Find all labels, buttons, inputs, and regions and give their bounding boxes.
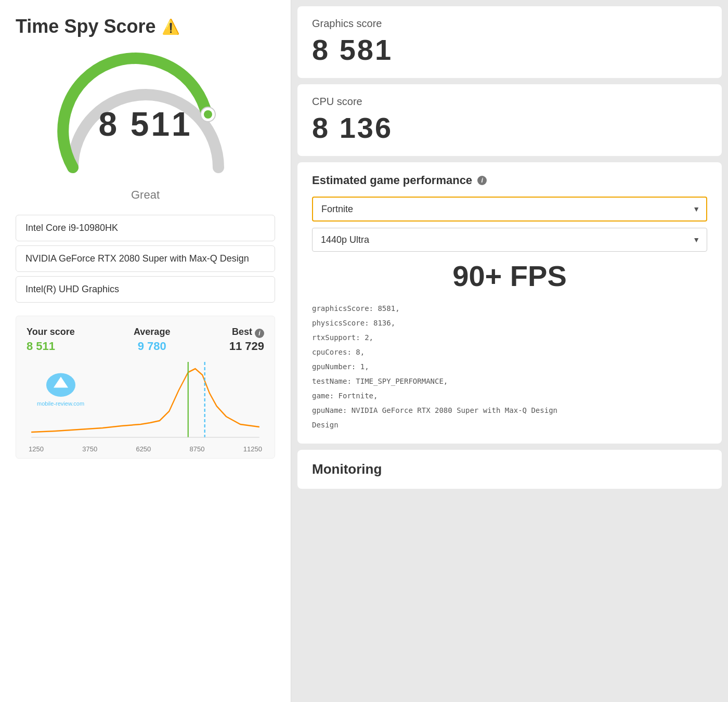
chart-x-label-3: 8750 (190, 445, 205, 453)
game-perf-header: Estimated game performance i (312, 174, 707, 187)
cpu-score-value: 8 136 (312, 111, 707, 145)
game-perf-info-icon[interactable]: i (477, 176, 487, 185)
graphics-score-value: 8 581 (312, 33, 707, 67)
game-dropdown[interactable]: Fortnite Cyberpunk 2077 Battlefield 2042 (312, 197, 707, 222)
best-label: Best (232, 327, 252, 337)
monitoring-title: Monitoring (312, 461, 707, 477)
perf-design: Design (312, 418, 707, 432)
perf-gpu-name: gpuName: NVIDIA GeForce RTX 2080 Super w… (312, 403, 707, 418)
graphics-score-label: Graphics score (312, 18, 707, 30)
gauge-container: 8 511 (16, 48, 275, 183)
your-score-label: Your score (27, 327, 75, 337)
perf-rtx-support: rtxSupport: 2, (312, 330, 707, 345)
gauge-score: 8 511 (98, 105, 192, 144)
chart-area: mobile-review.com 1250 3750 6250 8750 11… (27, 359, 264, 453)
chart-svg (27, 359, 264, 443)
perf-physics-score: physicsScore: 8136, (312, 316, 707, 330)
cpu-score-label: CPU score (312, 96, 707, 108)
perf-game: game: Fortnite, (312, 388, 707, 403)
svg-point-1 (204, 110, 212, 119)
resolution-select-wrapper: 1440p Ultra 1080p Ultra 4K Ultra ▼ (312, 228, 707, 252)
best-info-icon[interactable]: i (255, 329, 264, 338)
chart-x-label-1: 3750 (82, 445, 97, 453)
graphics-score-card: Graphics score 8 581 (297, 6, 722, 78)
your-score-col: Your score 8 511 (27, 327, 75, 353)
cpu-score-card: CPU score 8 136 (297, 84, 722, 156)
perf-gpu-number: gpuNumber: 1, (312, 359, 707, 374)
chart-x-label-2: 6250 (136, 445, 151, 453)
hardware-item-cpu: Intel Core i9-10980HK (16, 215, 275, 241)
game-perf-card: Estimated game performance i Fortnite Cy… (297, 162, 722, 444)
chart-x-label-4: 11250 (243, 445, 262, 453)
gauge-label: Great (16, 188, 275, 202)
perf-graphics-score: graphicsScore: 8581, (312, 301, 707, 316)
average-label: Average (134, 327, 170, 337)
average-value: 9 780 (138, 340, 166, 353)
average-col: Average 9 780 (134, 327, 170, 353)
title-row: Time Spy Score ⚠️ (16, 16, 275, 37)
hardware-item-igpu: Intel(R) UHD Graphics (16, 276, 275, 303)
fps-value: 90+ FPS (312, 259, 707, 293)
chart-x-label-0: 1250 (29, 445, 44, 453)
page-title: Time Spy Score (16, 16, 155, 37)
resolution-dropdown[interactable]: 1440p Ultra 1080p Ultra 4K Ultra (312, 228, 707, 252)
perf-cpu-cores: cpuCores: 8, (312, 345, 707, 359)
your-score-value: 8 511 (27, 340, 55, 353)
warning-icon: ⚠️ (162, 18, 180, 35)
score-row: Your score 8 511 Average 9 780 Best i 11… (27, 327, 264, 353)
score-comparison: Your score 8 511 Average 9 780 Best i 11… (16, 316, 275, 459)
hardware-item-gpu: NVIDIA GeForce RTX 2080 Super with Max-Q… (16, 245, 275, 272)
perf-data: graphicsScore: 8581, physicsScore: 8136,… (312, 301, 707, 432)
game-select-wrapper: Fortnite Cyberpunk 2077 Battlefield 2042… (312, 197, 707, 222)
monitoring-card: Monitoring (297, 450, 722, 489)
best-value: 11 729 (229, 340, 264, 353)
best-label-row: Best i (232, 327, 264, 340)
left-panel: Time Spy Score ⚠️ 8 511 Great Intel Core… (0, 0, 291, 702)
game-perf-title: Estimated game performance (312, 174, 472, 187)
best-col: Best i 11 729 (229, 327, 264, 353)
hardware-list: Intel Core i9-10980HK NVIDIA GeForce RTX… (16, 215, 275, 303)
perf-test-name: testName: TIME_SPY_PERFORMANCE, (312, 374, 707, 388)
right-panel: Graphics score 8 581 CPU score 8 136 Est… (291, 0, 728, 702)
